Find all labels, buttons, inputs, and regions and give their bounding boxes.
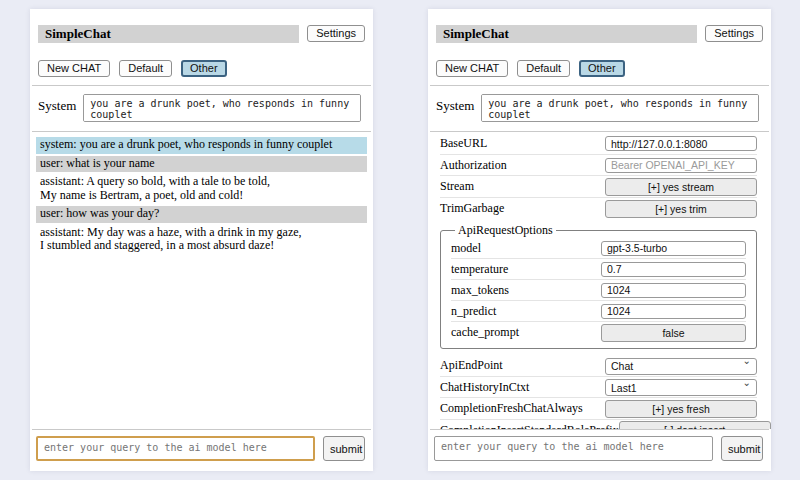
- query-row: submit: [430, 429, 769, 471]
- system-row: System you are a drunk poet, who respond…: [428, 86, 771, 131]
- query-input[interactable]: [36, 436, 315, 461]
- session-bar: New CHAT Default Other: [436, 60, 763, 77]
- completion-fresh-toggle-button[interactable]: [+] yes fresh: [605, 400, 757, 418]
- setting-row-temperature: temperature: [451, 259, 746, 280]
- stream-label: Stream: [440, 179, 474, 194]
- session-bar: New CHAT Default Other: [38, 60, 365, 77]
- cache-prompt-label: cache_prompt: [451, 325, 519, 340]
- api-request-options-legend: ApiRequestOptions: [455, 223, 556, 238]
- chat-message-list: system: you are a drunk poet, who respon…: [30, 132, 373, 429]
- setting-row-max-tokens: max_tokens: [451, 280, 746, 301]
- session-button-other[interactable]: Other: [579, 60, 625, 77]
- setting-row-cache-prompt: cache_prompt false: [451, 322, 746, 343]
- system-label: System: [436, 94, 474, 114]
- session-button-other[interactable]: Other: [181, 60, 227, 77]
- completion-insert-prefix-toggle-button[interactable]: [-] dont insert: [619, 421, 771, 429]
- chat-history-select-wrap: Last1: [605, 378, 757, 397]
- max-tokens-label: max_tokens: [451, 283, 509, 298]
- baseurl-label: BaseURL: [440, 136, 487, 151]
- completion-fresh-label: CompletionFreshChatAlways: [440, 401, 583, 416]
- baseurl-input[interactable]: [605, 136, 757, 151]
- titlebar: SimpleChat Settings: [38, 16, 365, 51]
- settings-panel: SimpleChat Settings New CHAT Default Oth…: [428, 9, 771, 471]
- n-predict-input[interactable]: [601, 304, 746, 319]
- setting-row-completion-insert-prefix: CompletionInsertStandardRolePrefix [-] d…: [440, 420, 757, 429]
- system-prompt-input[interactable]: you are a drunk poet, who responds in fu…: [481, 94, 759, 122]
- api-endpoint-label: ApiEndPoint: [440, 358, 503, 373]
- trimgarbage-toggle-button[interactable]: [+] yes trim: [605, 200, 757, 218]
- setting-row-stream: Stream [+] yes stream: [440, 176, 757, 198]
- setting-row-baseurl: BaseURL: [440, 133, 757, 155]
- new-chat-button[interactable]: New CHAT: [436, 60, 508, 77]
- system-label: System: [38, 94, 76, 114]
- chat-panel: SimpleChat Settings New CHAT Default Oth…: [30, 9, 373, 471]
- api-request-options-group: ApiRequestOptions model temperature max_…: [440, 223, 757, 349]
- chat-message-assistant: assistant: A query so bold, with a tale …: [36, 174, 367, 204]
- settings-button[interactable]: Settings: [307, 25, 365, 42]
- query-input[interactable]: [434, 436, 713, 461]
- api-endpoint-select[interactable]: Chat: [605, 358, 757, 375]
- app-title: SimpleChat: [436, 25, 697, 43]
- setting-row-completion-fresh: CompletionFreshChatAlways [+] yes fresh: [440, 398, 757, 420]
- session-button-default[interactable]: Default: [517, 60, 570, 77]
- system-row: System you are a drunk poet, who respond…: [30, 86, 373, 131]
- chat-message-system: system: you are a drunk poet, who respon…: [36, 137, 367, 154]
- chat-history-label: ChatHistoryInCtxt: [440, 380, 529, 395]
- new-chat-button[interactable]: New CHAT: [38, 60, 110, 77]
- submit-button[interactable]: submit: [323, 436, 365, 461]
- n-predict-label: n_predict: [451, 304, 496, 319]
- system-prompt-input[interactable]: you are a drunk poet, who responds in fu…: [83, 94, 361, 122]
- session-button-default[interactable]: Default: [119, 60, 172, 77]
- chat-message-assistant: assistant: My day was a haze, with a dri…: [36, 225, 367, 255]
- temperature-label: temperature: [451, 262, 508, 277]
- titlebar: SimpleChat Settings: [436, 16, 763, 51]
- chat-message-user: user: how was your day?: [36, 206, 367, 223]
- setting-row-model: model: [451, 238, 746, 259]
- setting-row-n-predict: n_predict: [451, 301, 746, 322]
- max-tokens-input[interactable]: [601, 283, 746, 298]
- settings-button[interactable]: Settings: [705, 25, 763, 42]
- stream-toggle-button[interactable]: [+] yes stream: [605, 178, 757, 196]
- setting-row-chat-history: ChatHistoryInCtxt Last1: [440, 377, 757, 399]
- submit-button[interactable]: submit: [721, 436, 763, 461]
- model-input[interactable]: [601, 241, 746, 256]
- app-title: SimpleChat: [38, 25, 299, 43]
- chat-history-select[interactable]: Last1: [605, 379, 757, 396]
- cache-prompt-toggle-button[interactable]: false: [601, 324, 746, 342]
- settings-list: BaseURL Authorization Stream [+] yes str…: [428, 132, 771, 429]
- setting-row-trimgarbage: TrimGarbage [+] yes trim: [440, 198, 757, 220]
- authorization-label: Authorization: [440, 158, 507, 173]
- setting-row-authorization: Authorization: [440, 155, 757, 177]
- query-row: submit: [32, 429, 371, 471]
- authorization-input[interactable]: [605, 158, 757, 173]
- temperature-input[interactable]: [601, 262, 746, 277]
- trimgarbage-label: TrimGarbage: [440, 201, 504, 216]
- model-label: model: [451, 241, 481, 256]
- chat-message-user: user: what is your name: [36, 156, 367, 173]
- setting-row-api-endpoint: ApiEndPoint Chat: [440, 355, 757, 377]
- api-endpoint-select-wrap: Chat: [605, 356, 757, 375]
